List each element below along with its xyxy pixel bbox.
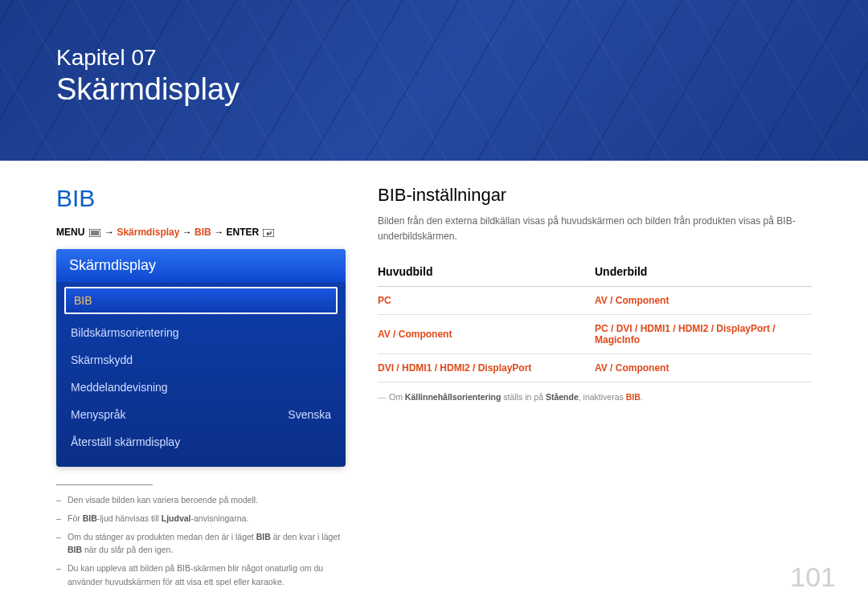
footnote-strong: BIB xyxy=(256,532,271,541)
osd-menu-item-language[interactable]: Menyspråk Svenska xyxy=(56,401,346,428)
enter-icon xyxy=(263,229,274,237)
osd-menu-item-label: BIB xyxy=(74,294,92,307)
osd-menu-item-reset[interactable]: Återställ skärmdisplay xyxy=(56,428,346,456)
table-row: DVI / HDMI1 / HDMI2 / DisplayPort AV / C… xyxy=(378,354,812,382)
note-text: ställs in på xyxy=(501,392,545,402)
table-header-main: Huvudbild xyxy=(378,260,595,287)
table-cell: AV / Component xyxy=(595,287,812,315)
settings-heading: BIB-inställningar xyxy=(378,185,812,206)
menu-icon xyxy=(89,229,100,237)
footnote-strong: Ljudval xyxy=(162,513,191,523)
footnote-text: -ljud hänvisas till xyxy=(97,513,162,523)
svg-rect-4 xyxy=(263,229,274,237)
note-text: . xyxy=(641,392,643,402)
osd-menu-item-label: Återställ skärmdisplay xyxy=(71,435,180,448)
breadcrumb-p2: BIB xyxy=(194,227,211,238)
breadcrumb-arrow: → xyxy=(104,227,114,238)
table-header-sub: Underbild xyxy=(595,260,812,287)
note-text: Om xyxy=(389,392,405,402)
chapter-banner: Kapitel 07 Skärmdisplay xyxy=(0,0,868,161)
osd-menu-panel: Skärmdisplay BIB Bildskärmsorientering S… xyxy=(56,249,346,467)
note-highlight: BIB xyxy=(626,392,641,402)
osd-menu-header: Skärmdisplay xyxy=(56,249,346,282)
footnote-text: är den kvar i läget xyxy=(271,532,340,541)
breadcrumb-p1: Skärmdisplay xyxy=(117,227,179,238)
chapter-kicker: Kapitel 07 xyxy=(56,44,812,72)
footnote-item: För BIB-ljud hänvisas till Ljudval-anvis… xyxy=(56,512,346,525)
osd-menu-item-label: Menyspråk xyxy=(71,408,125,421)
footnote-text: Om du stänger av produkten medan den är … xyxy=(68,532,256,541)
settings-note: Om Källinnehållsorientering ställs in på… xyxy=(378,390,812,404)
breadcrumb: MENU → Skärmdisplay → BIB → ENTER xyxy=(56,227,346,238)
note-strong: Stående xyxy=(546,392,579,402)
osd-menu-item-bib[interactable]: BIB xyxy=(64,287,338,314)
breadcrumb-arrow: → xyxy=(214,227,223,238)
note-text: , inaktiveras xyxy=(579,392,626,402)
footnote-strong: BIB xyxy=(68,545,82,554)
table-cell: AV / Component xyxy=(378,315,595,354)
section-title-bib: BIB xyxy=(56,185,346,212)
breadcrumb-menu: MENU xyxy=(56,227,84,238)
osd-menu-item-message[interactable]: Meddelandevisning xyxy=(56,374,346,401)
footnote-text: när du slår på den igen. xyxy=(82,545,173,554)
footnote-rule xyxy=(56,484,153,485)
breadcrumb-enter: ENTER xyxy=(226,227,259,238)
table-cell: PC xyxy=(378,287,595,315)
footnote-text: För xyxy=(68,513,83,523)
osd-menu-item-label: Meddelandevisning xyxy=(71,381,168,394)
chapter-title: Skärmdisplay xyxy=(56,72,812,108)
footnotes: Den visade bilden kan variera beroende p… xyxy=(56,484,346,589)
footnote-item: Den visade bilden kan variera beroende p… xyxy=(56,493,346,507)
footnote-item: Du kan uppleva att bilden på BIB-skärmen… xyxy=(56,562,346,589)
breadcrumb-arrow: → xyxy=(182,227,192,238)
table-cell: PC / DVI / HDMI1 / HDMI2 / DisplayPort /… xyxy=(595,315,812,354)
note-strong: Källinnehållsorientering xyxy=(405,392,502,402)
osd-menu-item-orientation[interactable]: Bildskärmsorientering xyxy=(56,319,346,346)
osd-menu-item-label: Skärmskydd xyxy=(71,353,133,366)
table-row: AV / Component PC / DVI / HDMI1 / HDMI2 … xyxy=(378,315,812,354)
osd-menu-item-label: Bildskärmsorientering xyxy=(71,326,179,339)
source-table: Huvudbild Underbild PC AV / Component AV… xyxy=(378,260,812,382)
osd-menu-item-value: Svenska xyxy=(288,408,331,421)
osd-menu-item-screensaver[interactable]: Skärmskydd xyxy=(56,346,346,374)
page-number: 101 xyxy=(790,562,836,593)
footnote-strong: BIB xyxy=(83,513,97,523)
table-row: PC AV / Component xyxy=(378,287,812,315)
settings-description: Bilden från den externa bildkällan visas… xyxy=(378,214,812,244)
table-cell: AV / Component xyxy=(595,354,812,382)
footnote-text: -anvisningarna. xyxy=(190,513,248,523)
table-cell: DVI / HDMI1 / HDMI2 / DisplayPort xyxy=(378,354,595,382)
footnote-item: Om du stänger av produkten medan den är … xyxy=(56,530,346,558)
